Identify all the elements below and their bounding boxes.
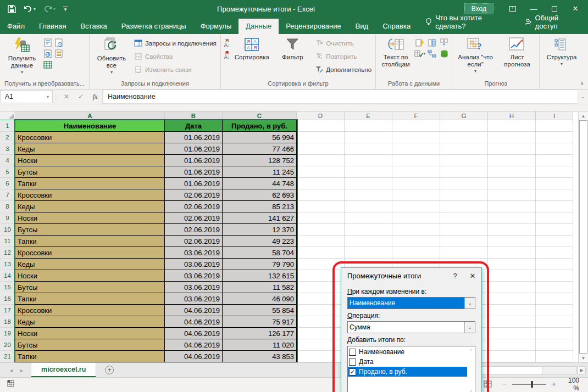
cell-F10[interactable] [392,224,440,236]
cell-A9[interactable]: Носки [15,212,165,224]
cell-B6[interactable]: 01.06.2019 [165,178,223,189]
cell-A4[interactable]: Носки [15,155,165,166]
remove-duplicates-icon[interactable] [426,38,437,48]
row-header-4[interactable]: 4 [0,155,15,166]
cell-F11[interactable] [392,236,440,247]
cell-D21[interactable] [297,351,345,362]
column-header-H[interactable]: H [488,111,536,120]
column-header-I[interactable]: I [536,111,573,120]
cell-A14[interactable]: Носки [15,270,165,282]
undo-dropdown-icon[interactable]: ▾ [34,7,36,12]
cell-I19[interactable] [536,328,573,339]
share-button[interactable]: Общий доступ [516,14,588,34]
refresh-all-button[interactable]: Обновить все ▾ [92,35,131,79]
cell-B5[interactable]: 01.06.2019 [165,166,223,178]
cell-C19[interactable]: 126 177 [223,328,297,339]
name-box-dropdown-icon[interactable]: ▾ [47,94,52,99]
collapse-ribbon-icon[interactable]: ˄ [580,81,584,87]
cell-C11[interactable]: 49 223 [223,236,297,247]
cell-I7[interactable] [536,189,573,201]
cell-A13[interactable]: Кеды [15,259,165,270]
tab-4[interactable]: Формулы [193,19,239,34]
cell-E12[interactable] [345,247,392,259]
cell-B21[interactable]: 04.06.2019 [165,351,223,362]
cell-C21[interactable]: 43 853 [223,351,297,362]
cell-A2[interactable]: Кроссовки [15,132,165,143]
vertical-scroll-thumb[interactable] [579,120,587,354]
cell-D13[interactable] [297,259,345,270]
cell-D6[interactable] [297,178,345,189]
cell-B2[interactable]: 01.06.2019 [165,132,223,143]
cell-C20[interactable]: 11 020 [223,339,297,351]
cell-C5[interactable]: 11 245 [223,166,297,178]
what-if-analysis-button[interactable]: ? Анализ "что если" ▾ [454,35,496,79]
cell-C15[interactable]: 11 582 [223,282,297,293]
cell-A12[interactable]: Кроссовки [15,247,165,259]
cell-B18[interactable]: 04.06.2019 [165,316,223,328]
tab-7[interactable]: Вид [348,19,376,34]
row-header-2[interactable]: 2 [0,132,15,143]
unchecked-checkbox-icon[interactable] [349,359,356,366]
select-all-corner[interactable] [0,111,15,120]
cell-H1[interactable] [488,120,536,132]
cell-B9[interactable]: 02.06.2019 [165,212,223,224]
outline-button[interactable]: Структура ▾ [542,35,581,79]
cell-C4[interactable]: 128 752 [223,155,297,166]
cell-I16[interactable] [536,293,573,305]
cell-D3[interactable] [297,143,345,155]
cell-C7[interactable]: 62 693 [223,189,297,201]
cell-H15[interactable] [488,282,536,293]
function-combobox[interactable]: Сумма ⌄ [347,321,475,333]
cell-D2[interactable] [297,132,345,143]
column-header-A[interactable]: A [15,111,165,120]
cell-E10[interactable] [345,224,392,236]
cell-I10[interactable] [536,224,573,236]
row-header-16[interactable]: 16 [0,293,15,305]
cell-G7[interactable] [440,189,488,201]
unchecked-checkbox-icon[interactable] [349,349,356,356]
tab-6[interactable]: Рецензирование [279,19,348,34]
cell-C17[interactable]: 55 854 [223,305,297,316]
cell-D11[interactable] [297,236,345,247]
cell-I15[interactable] [536,282,573,293]
row-header-20[interactable]: 20 [0,339,15,351]
column-header-G[interactable]: G [440,111,488,120]
cell-A15[interactable]: Бутсы [15,282,165,293]
sign-in-button[interactable]: Вход [464,3,493,14]
cell-C2[interactable]: 56 994 [223,132,297,143]
macro-record-icon[interactable] [7,379,15,389]
row-header-17[interactable]: 17 [0,305,15,316]
cell-F2[interactable] [392,132,440,143]
cell-D12[interactable] [297,247,345,259]
subtotal-list-item[interactable]: Дата [348,357,467,367]
cell-A17[interactable]: Кроссовки [15,305,165,316]
combo-dropdown-icon[interactable]: ⌄ [464,322,475,333]
cell-C18[interactable]: 75 917 [223,316,297,328]
cell-C12[interactable]: 58 704 [223,247,297,259]
cell-A20[interactable]: Бутсы [15,339,165,351]
cell-H8[interactable] [488,201,536,212]
cell-E11[interactable] [345,236,392,247]
manage-data-model-icon[interactable] [439,49,450,59]
get-data-button[interactable]: Получить данные ▾ [2,35,42,79]
cell-H6[interactable] [488,178,536,189]
tab-8[interactable]: Справка [375,19,418,34]
cell-A1[interactable]: Наименование [15,120,165,132]
cell-I6[interactable] [536,178,573,189]
cell-I3[interactable] [536,143,573,155]
cell-H18[interactable] [488,316,536,328]
change-in-combobox[interactable]: Наименование ⌄ [347,297,475,309]
cell-F7[interactable] [392,189,440,201]
cell-F6[interactable] [392,178,440,189]
scroll-up-icon[interactable]: ˄ [470,348,473,352]
flash-fill-icon[interactable] [414,38,425,48]
row-header-5[interactable]: 5 [0,166,15,178]
cell-G5[interactable] [440,166,488,178]
cell-H3[interactable] [488,143,536,155]
cell-B7[interactable]: 02.06.2019 [165,189,223,201]
cell-B19[interactable]: 04.06.2019 [165,328,223,339]
row-header-9[interactable]: 9 [0,212,15,224]
cell-D20[interactable] [297,339,345,351]
cell-A8[interactable]: Кеды [15,201,165,212]
cell-H9[interactable] [488,212,536,224]
